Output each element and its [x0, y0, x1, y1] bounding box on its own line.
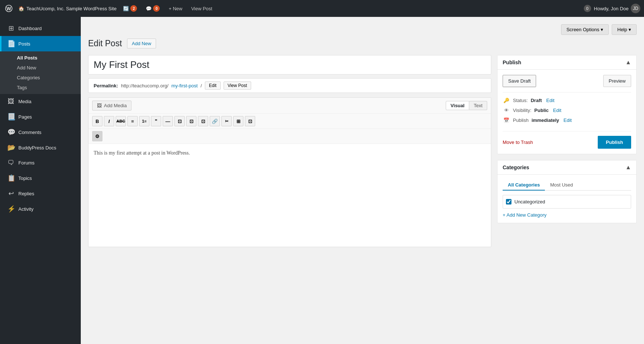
align-center-button[interactable]: ⊡ — [186, 116, 196, 126]
updates-link[interactable]: 🔄 2 — [121, 4, 139, 13]
sidebar-item-posts[interactable]: 📄 Posts — [0, 36, 81, 51]
admin-bar-right: 0 Howdy, Jon Doe JD — [584, 4, 640, 13]
site-name-link[interactable]: 🏠 TeachUcomp, Inc. Sample WordPress Site — [18, 6, 116, 11]
publish-time-row: 📅 Publish immediately Edit — [503, 115, 631, 125]
updates-icon: 🔄 — [123, 6, 129, 11]
visibility-row: 👁 Visibility: Public Edit — [503, 105, 631, 115]
unordered-list-button[interactable]: ≡ — [127, 116, 138, 126]
editor-toolbar-row2: B I ABC ≡ 1≡ " — ⊡ ⊡ ⊡ 🔗 ✂ ⊞ ⊡ — [88, 114, 491, 129]
align-right-button[interactable]: ⊡ — [198, 116, 208, 126]
visibility-label: Visibility: — [513, 108, 531, 113]
top-bar: Screen Options ▾ Help ▾ — [88, 24, 637, 35]
sidebar-subitem-categories[interactable]: Categories — [0, 73, 81, 83]
user-menu[interactable]: Howdy, Jon Doe JD — [594, 4, 640, 13]
add-new-post-button[interactable]: Add New — [127, 39, 156, 48]
sidebar-item-replies[interactable]: ↩ Replies — [0, 186, 81, 201]
tab-visual[interactable]: Visual — [446, 101, 469, 110]
fullscreen-button[interactable]: ⊡ — [245, 116, 255, 126]
sidebar-subitem-tags[interactable]: Tags — [0, 83, 81, 93]
editor-container: 🖼 Add Media Visual Text B I ABC ≡ — [88, 97, 491, 247]
visibility-icon: 👁 — [503, 108, 510, 113]
comments-nav-icon: 💬 — [7, 128, 15, 136]
publish-panel-title: Publish — [503, 59, 521, 65]
italic-button[interactable]: I — [104, 116, 114, 126]
comments-link[interactable]: 💬 0 — [144, 4, 162, 13]
main-layout: ⊞ Dashboard 📄 Posts All Posts Add New Ca… — [0, 17, 644, 344]
sidebar-item-activity[interactable]: ⚡ Activity — [0, 201, 81, 217]
new-content-link[interactable]: + New — [166, 4, 184, 13]
insert-table-button[interactable]: ⊞ — [233, 116, 243, 126]
sidebar-subitem-all-posts[interactable]: All Posts — [0, 53, 81, 63]
sidebar-item-buddypress[interactable]: 📂 BuddyPress Docs — [0, 140, 81, 155]
add-new-category-link[interactable]: + Add New Category — [503, 212, 631, 218]
editor-toolbar-row3: ⚙ — [88, 129, 491, 144]
permalink-slash: / — [200, 83, 202, 88]
publish-button[interactable]: Publish — [598, 136, 631, 149]
comments-icon: 💬 — [146, 6, 152, 11]
link-button[interactable]: 🔗 — [210, 116, 220, 126]
forums-icon: 🗨 — [7, 159, 15, 167]
categories-panel-body: All Categories Most Used Uncategorized +… — [498, 175, 636, 223]
post-content-text: This is my first attempt at a post in Wo… — [94, 149, 486, 157]
screen-options-button[interactable]: Screen Options ▾ — [561, 24, 609, 35]
strikethrough-button[interactable]: ABC — [116, 116, 126, 126]
tab-all-categories[interactable]: All Categories — [503, 180, 545, 191]
post-title-input[interactable] — [88, 55, 491, 75]
posts-icon: 📄 — [7, 40, 15, 48]
dashboard-icon: ⊞ — [7, 24, 15, 32]
categories-panel-toggle[interactable]: ▲ — [625, 164, 631, 171]
tab-text[interactable]: Text — [469, 101, 487, 110]
editor-content-area[interactable]: This is my first attempt at a post in Wo… — [88, 144, 491, 247]
category-tabs: All Categories Most Used — [503, 180, 631, 191]
help-chevron-icon: ▾ — [629, 27, 631, 32]
calendar-icon: 📅 — [503, 117, 510, 123]
permalink-bar: Permalink: http://teachucomp.org/my-firs… — [88, 78, 491, 93]
publish-panel-body: Save Draft Preview 🔑 Status: Draft Edit — [498, 70, 636, 154]
admin-bar: W 🏠 TeachUcomp, Inc. Sample WordPress Si… — [0, 0, 644, 17]
sidebar-subitem-add-new[interactable]: Add New — [0, 63, 81, 73]
activity-icon: ⚡ — [7, 205, 15, 213]
publish-actions: Save Draft Preview — [503, 75, 631, 87]
page-header: Edit Post Add New — [88, 39, 637, 48]
categories-panel: Categories ▲ All Categories Most Used Un… — [497, 160, 637, 223]
blockquote-button[interactable]: " — [151, 116, 161, 126]
publish-panel: Publish ▲ Save Draft Preview 🔑 Status: — [497, 55, 637, 154]
post-editor: Permalink: http://teachucomp.org/my-firs… — [88, 55, 491, 247]
tab-most-used[interactable]: Most Used — [545, 180, 578, 191]
sidebar-item-topics[interactable]: 📋 Topics — [0, 170, 81, 186]
horizontal-rule-button[interactable]: — — [163, 116, 173, 126]
move-to-trash-link[interactable]: Move to Trash — [503, 140, 533, 145]
main-content: Screen Options ▾ Help ▾ Edit Post Add Ne… — [81, 17, 644, 344]
align-left-button[interactable]: ⊡ — [174, 116, 185, 126]
save-draft-button[interactable]: Save Draft — [503, 75, 536, 87]
topics-icon: 📋 — [7, 174, 15, 182]
add-media-button[interactable]: 🖼 Add Media — [92, 101, 131, 111]
status-edit-link[interactable]: Edit — [546, 98, 554, 103]
bold-button[interactable]: B — [92, 116, 102, 126]
sidebar-item-forums[interactable]: 🗨 Forums — [0, 155, 81, 170]
visibility-edit-link[interactable]: Edit — [553, 108, 561, 113]
ordered-list-button[interactable]: 1≡ — [139, 116, 149, 126]
publish-time-value: immediately — [532, 117, 559, 123]
wp-logo[interactable]: W — [4, 3, 14, 14]
sidebar-item-comments[interactable]: 💬 Comments — [0, 124, 81, 140]
help-button[interactable]: Help ▾ — [612, 24, 637, 35]
notification-badge[interactable]: 0 — [584, 5, 591, 12]
categories-panel-header: Categories ▲ — [498, 160, 636, 175]
view-post-link[interactable]: View Post — [189, 4, 215, 13]
permalink-base-url: http://teachucomp.org/ — [121, 83, 168, 88]
preview-button[interactable]: Preview — [603, 75, 631, 87]
unlink-button[interactable]: ✂ — [221, 116, 232, 126]
category-label-uncategorized[interactable]: Uncategorized — [514, 199, 545, 204]
view-post-permalink-button[interactable]: View Post — [224, 82, 251, 90]
sidebar-item-dashboard[interactable]: ⊞ Dashboard — [0, 21, 81, 36]
category-checkbox-uncategorized[interactable] — [506, 199, 511, 204]
status-value: Draft — [531, 98, 542, 103]
sidebar-item-pages[interactable]: 📃 Pages — [0, 109, 81, 124]
permalink-edit-button[interactable]: Edit — [205, 82, 221, 90]
kitchen-sink-button[interactable]: ⚙ — [92, 131, 102, 141]
permalink-label: Permalink: — [94, 83, 118, 88]
publish-time-edit-link[interactable]: Edit — [564, 117, 572, 123]
publish-panel-toggle[interactable]: ▲ — [625, 59, 631, 66]
sidebar-item-media[interactable]: 🖼 Media — [0, 94, 81, 109]
